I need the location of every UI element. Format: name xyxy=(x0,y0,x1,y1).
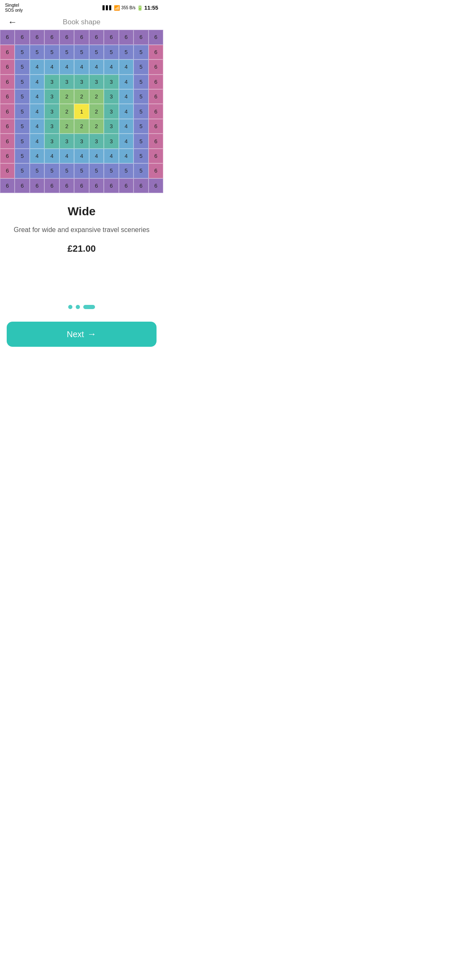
grid-cell: 5 xyxy=(15,163,29,178)
grid-cell: 6 xyxy=(0,104,15,119)
grid-cell: 4 xyxy=(74,59,89,74)
grid-cell: 3 xyxy=(89,134,104,148)
grid-cell: 4 xyxy=(119,119,134,134)
back-icon: ← xyxy=(8,17,17,28)
book-shape-description: Great for wide and expansive travel scen… xyxy=(10,225,153,235)
grid-cell: 6 xyxy=(0,134,15,148)
grid-cell: 5 xyxy=(30,45,44,59)
grid-cell: 6 xyxy=(0,119,15,134)
grid-cell: 4 xyxy=(104,59,118,74)
grid-cell: 5 xyxy=(104,163,118,178)
grid-cell: 6 xyxy=(149,30,163,44)
grid-cell: 3 xyxy=(59,134,74,148)
grid-cell: 6 xyxy=(0,178,15,193)
grid-cell: 4 xyxy=(30,104,44,119)
grid-cell: 5 xyxy=(15,89,29,104)
grid-cell: 5 xyxy=(15,59,29,74)
grid-cell: 4 xyxy=(30,59,44,74)
grid-cell: 3 xyxy=(44,75,59,89)
dots-container xyxy=(0,295,163,316)
dot-1 xyxy=(68,305,72,309)
grid-cell: 5 xyxy=(15,119,29,134)
grid-cell: 6 xyxy=(44,178,59,193)
grid-cell: 5 xyxy=(89,45,104,59)
dot-2 xyxy=(76,305,80,309)
grid-cell: 4 xyxy=(119,149,134,163)
grid-cell: 5 xyxy=(134,149,148,163)
grid-cell: 3 xyxy=(44,134,59,148)
carrier-name: Singtel xyxy=(5,3,23,8)
next-button[interactable]: Next → xyxy=(7,322,157,347)
grid-cell: 3 xyxy=(44,89,59,104)
grid-cell: 6 xyxy=(0,89,15,104)
grid-cell: 6 xyxy=(149,178,163,193)
grid-cell: 6 xyxy=(74,30,89,44)
grid-cell: 5 xyxy=(119,45,134,59)
grid-cell: 4 xyxy=(30,75,44,89)
grid-cell: 6 xyxy=(15,30,29,44)
grid-cell: 3 xyxy=(59,75,74,89)
grid-cell: 2 xyxy=(59,119,74,134)
grid-cell: 4 xyxy=(119,59,134,74)
grid-cell: 4 xyxy=(30,134,44,148)
grid-cell: 6 xyxy=(149,104,163,119)
grid-cell: 5 xyxy=(44,163,59,178)
grid-cell: 4 xyxy=(44,59,59,74)
next-label: Next xyxy=(67,330,84,339)
grid-cell: 6 xyxy=(149,149,163,163)
grid-cell: 6 xyxy=(74,178,89,193)
status-left: Singtel SOS only xyxy=(5,3,23,13)
wifi-icon: 📶 xyxy=(114,5,120,11)
grid-cell: 6 xyxy=(0,59,15,74)
grid-cell: 5 xyxy=(59,163,74,178)
book-shape-price: £21.00 xyxy=(10,243,153,254)
grid-cell: 5 xyxy=(30,163,44,178)
grid-cell: 3 xyxy=(104,119,118,134)
grid-container: 6666666666665555555556654444444566543333… xyxy=(0,30,163,193)
grid-cell: 3 xyxy=(104,75,118,89)
grid-cell: 6 xyxy=(59,30,74,44)
back-button[interactable]: ← xyxy=(5,15,20,30)
grid-cell: 5 xyxy=(134,89,148,104)
grid-cell: 6 xyxy=(134,178,148,193)
grid-cell: 5 xyxy=(15,75,29,89)
grid-cell: 2 xyxy=(74,89,89,104)
grid-cell: 6 xyxy=(15,178,29,193)
distance-grid: 6666666666665555555556654444444566543333… xyxy=(0,30,163,193)
grid-cell: 5 xyxy=(59,45,74,59)
grid-cell: 3 xyxy=(44,119,59,134)
grid-cell: 2 xyxy=(59,104,74,119)
grid-cell: 6 xyxy=(149,134,163,148)
grid-cell: 4 xyxy=(119,104,134,119)
grid-cell: 4 xyxy=(30,119,44,134)
grid-cell: 5 xyxy=(104,45,118,59)
grid-cell: 6 xyxy=(149,75,163,89)
grid-cell: 3 xyxy=(104,104,118,119)
grid-cell: 2 xyxy=(74,119,89,134)
status-bar: Singtel SOS only ▋▋▋ 📶 355 B/s 🔋 11:55 xyxy=(0,0,163,15)
grid-cell: 2 xyxy=(89,119,104,134)
grid-cell: 3 xyxy=(104,89,118,104)
page-wrapper: Singtel SOS only ▋▋▋ 📶 355 B/s 🔋 11:55 ←… xyxy=(0,0,163,353)
grid-cell: 5 xyxy=(134,104,148,119)
grid-cell: 5 xyxy=(74,163,89,178)
grid-cell: 3 xyxy=(44,104,59,119)
grid-cell: 4 xyxy=(30,89,44,104)
grid-cell: 4 xyxy=(44,149,59,163)
grid-cell: 5 xyxy=(15,149,29,163)
grid-cell: 6 xyxy=(44,30,59,44)
data-speed: 355 B/s xyxy=(121,5,136,10)
grid-cell: 5 xyxy=(89,163,104,178)
sos-label: SOS only xyxy=(5,8,23,13)
grid-cell: 6 xyxy=(30,178,44,193)
grid-cell: 5 xyxy=(134,134,148,148)
grid-cell: 2 xyxy=(89,104,104,119)
grid-cell: 5 xyxy=(15,134,29,148)
grid-cell: 4 xyxy=(74,149,89,163)
header-title: Book shape xyxy=(63,18,100,26)
grid-cell: 2 xyxy=(89,89,104,104)
grid-cell: 6 xyxy=(149,89,163,104)
grid-cell: 5 xyxy=(119,163,134,178)
grid-cell: 6 xyxy=(119,30,134,44)
grid-cell: 6 xyxy=(149,45,163,59)
